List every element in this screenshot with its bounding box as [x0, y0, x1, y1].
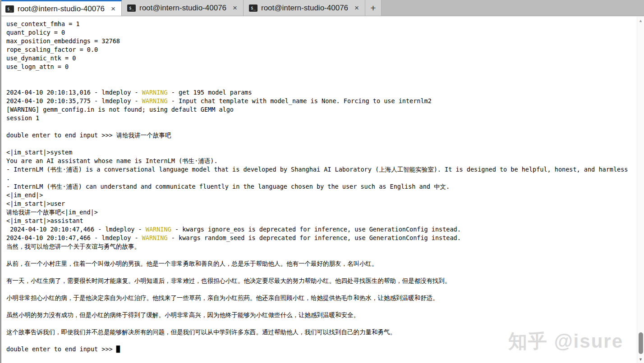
terminal-text: WARNING	[142, 97, 168, 104]
tab-label: root@intern-studio-40076	[261, 4, 350, 13]
terminal-line: <|im_end|>	[6, 191, 637, 200]
terminal-line: quant_policy = 0	[6, 28, 637, 37]
terminal-line: You are an AI assistant whose name is In…	[6, 157, 637, 165]
tabbar-border	[0, 16, 644, 16]
terminal-line: - InternLM (书生·浦语) can understand and co…	[6, 182, 637, 191]
terminal-text: <|im_start|>user	[6, 200, 65, 207]
terminal-output[interactable]: use_context_fmha = 1quant_policy = 0max_…	[1, 16, 637, 363]
terminal-text: - kwargs random_seed is deprecated for i…	[168, 234, 461, 241]
tab-label: root@intern-studio-40076	[139, 4, 229, 13]
terminal-line: double enter to end input >>> 请给我讲一个故事吧	[6, 131, 637, 140]
tabbar-spacer	[382, 0, 644, 16]
scrollbar[interactable]: ▲ ▼	[637, 16, 644, 363]
terminal-icon: $_	[5, 5, 14, 13]
terminal-text: 有一天，小红生病了，需要很长时间才能康复。小明知道后，非常难过，也很担心小红。他…	[6, 277, 451, 284]
terminal-text: - InternLM (书生·浦语) is a conversational l…	[6, 166, 628, 173]
terminal-text: use_logn_attn = 0	[6, 63, 69, 70]
terminal-text: - get 195 model params	[168, 89, 252, 96]
terminal-line: 小明非常担心小红的病，于是他决定亲自为小红治疗。他找来了一些草药，亲自为小红煎药…	[6, 294, 637, 302]
scroll-up-arrow-icon[interactable]: ▲	[637, 19, 644, 23]
terminal-line	[6, 302, 637, 311]
terminal-text: <|im_end|>	[6, 191, 43, 199]
terminal-icon: $_	[127, 5, 136, 12]
terminal-line	[6, 140, 637, 148]
terminal-line: - InternLM (书生·浦语) is a conversational l…	[6, 165, 637, 174]
scrollbar-thumb[interactable]	[639, 332, 643, 354]
terminal-text: - Input chat template with model_name is…	[168, 97, 432, 104]
terminal-line: 从前，在一个小村庄里，住着一个叫做小明的男孩。他是一个非常勇敢和善良的人，总是乐…	[6, 259, 637, 268]
terminal-line: 2024-04-10 20:10:35,775 - lmdeploy - WAR…	[6, 97, 637, 105]
terminal-text: WARNING	[146, 226, 171, 233]
terminal-line: <|im_start|>assistant	[6, 217, 637, 225]
terminal-text: rope_scaling_factor = 0.0	[6, 46, 98, 53]
terminal-text: use_context_fmha = 1	[6, 20, 80, 27]
terminal-line: session 1	[6, 114, 637, 123]
watermark: 知乎 @isure	[508, 329, 623, 354]
terminal-text: 2024-04-10 20:10:47,466 - lmdeploy -	[6, 234, 142, 241]
terminal-text: double enter to end input >>> 请给我讲一个故事吧	[6, 132, 171, 139]
terminal-text: double enter to end input >>>	[6, 345, 116, 353]
terminal-text: quant_policy = 0	[6, 29, 65, 36]
tab-terminal-3[interactable]: $_ root@intern-studio-40076 ×	[244, 0, 365, 16]
terminal-text: 小明非常担心小红的病，于是他决定亲自为小红治疗。他找来了一些草药，亲自为小红煎药…	[6, 294, 439, 301]
terminal-line: max_position_embeddings = 32768	[6, 37, 637, 45]
terminal-line: 请给我讲一个故事吧<|im_end|>	[6, 208, 637, 217]
terminal-line	[6, 319, 637, 328]
terminal-cursor: █	[116, 345, 120, 353]
terminal-text: 当然，我可以给您讲一个关于友谊与勇气的故事。	[6, 243, 140, 250]
tab-terminal-2[interactable]: $_ root@intern-studio-40076 ×	[122, 0, 244, 16]
terminal-text: 2024-04-10 20:10:47,466 - lmdeploy -	[6, 226, 146, 233]
terminal-line: use_dynamic_ntk = 0	[6, 54, 637, 63]
terminal-text: 请给我讲一个故事吧<|im_end|>	[6, 209, 98, 216]
terminal-line: .	[6, 174, 637, 182]
terminal-line	[6, 268, 637, 277]
terminal-text: 2024-04-10 20:10:35,775 - lmdeploy -	[6, 97, 142, 104]
terminal-line	[6, 285, 637, 294]
terminal-icon: $_	[249, 5, 258, 12]
terminal-text: use_dynamic_ntk = 0	[6, 54, 76, 62]
terminal-line: 虽然小明的努力没有成功，但是小红的病终于得到了缓解。小明非常高兴，因为他终于能够…	[6, 311, 637, 319]
terminal-line: rope_scaling_factor = 0.0	[6, 45, 637, 54]
terminal-text: 2024-04-10 20:10:13,016 - lmdeploy -	[6, 89, 142, 96]
terminal-line: [WARNING] gemm_config.in is not found; u…	[6, 105, 637, 114]
terminal-line: <|im_start|>system	[6, 148, 637, 157]
terminal-text: .	[6, 174, 10, 182]
terminal-line: use_context_fmha = 1	[6, 20, 637, 28]
close-icon[interactable]: ×	[231, 3, 239, 13]
terminal-text: <|im_start|>system	[6, 149, 72, 156]
terminal-text: WARNING	[142, 234, 168, 241]
terminal-line: 2024-04-10 20:10:13,016 - lmdeploy - WAR…	[6, 88, 637, 97]
terminal-text: WARNING	[142, 89, 168, 96]
terminal-line: <|im_start|>user	[6, 200, 637, 208]
tab-bar: $_ root@intern-studio-40076 × $_ root@in…	[0, 0, 644, 16]
terminal-line	[6, 80, 637, 88]
terminal-text: max_position_embeddings = 32768	[6, 37, 120, 45]
terminal-text: 从前，在一个小村庄里，住着一个叫做小明的男孩。他是一个非常勇敢和善良的人，总是乐…	[6, 260, 378, 267]
terminal-text: 这个故事告诉我们，即使我们并不总是能够解决所有的问题，但是我们可以从中学到许多东…	[6, 328, 396, 336]
terminal-line	[6, 251, 637, 259]
close-icon[interactable]: ×	[353, 3, 360, 13]
terminal-line: 有一天，小红生病了，需要很长时间才能康复。小明知道后，非常难过，也很担心小红。他…	[6, 277, 637, 285]
tab-terminal-1[interactable]: $_ root@intern-studio-40076 ×	[0, 0, 122, 16]
new-tab-button[interactable]: +	[365, 0, 382, 16]
terminal-text: - InternLM (书生·浦语) can understand and co…	[6, 183, 450, 190]
terminal-line	[6, 123, 637, 131]
scroll-down-arrow-icon[interactable]: ▼	[637, 358, 644, 362]
terminal-text: You are an AI assistant whose name is In…	[6, 157, 218, 164]
terminal-line: 2024-04-10 20:10:47,466 - lmdeploy - WAR…	[6, 234, 637, 242]
terminal-text: [WARNING] gemm_config.in is not found; u…	[6, 106, 234, 113]
terminal-text: session 1	[6, 114, 39, 122]
terminal-text: - kwargs ignore_eos is deprecated for in…	[171, 226, 461, 233]
terminal-line	[6, 71, 637, 80]
terminal-line: 当然，我可以给您讲一个关于友谊与勇气的故事。	[6, 242, 637, 251]
terminal-line: use_logn_attn = 0	[6, 63, 637, 71]
close-icon[interactable]: ×	[110, 4, 117, 14]
terminal-text: 虽然小明的努力没有成功，但是小红的病终于得到了缓解。小明非常高兴，因为他终于能够…	[6, 311, 359, 318]
window-left-edge	[0, 0, 1, 363]
terminal-text: <|im_start|>assistant	[6, 217, 83, 224]
terminal-line: 2024-04-10 20:10:47,466 - lmdeploy - WAR…	[6, 225, 637, 234]
tab-label: root@intern-studio-40076	[18, 5, 107, 14]
